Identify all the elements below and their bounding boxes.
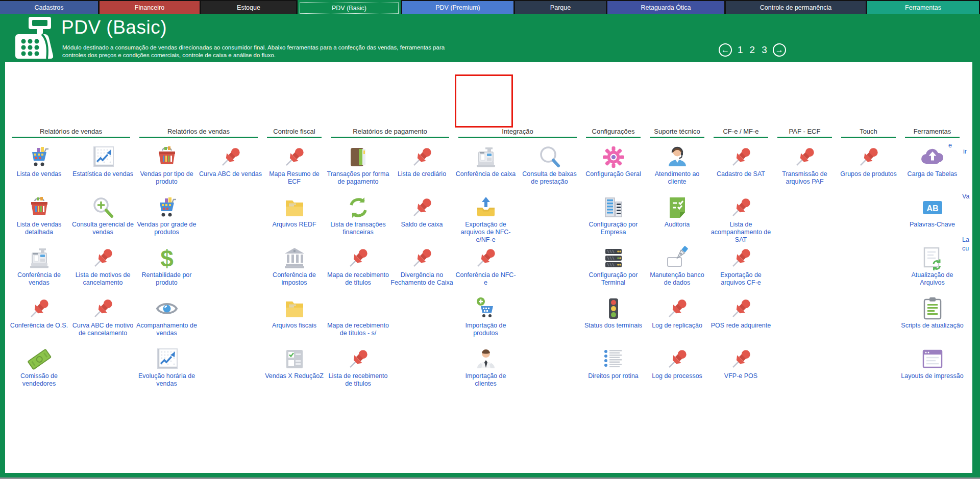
grid-item-lista-de-crediario[interactable]: Lista de crediário bbox=[390, 141, 454, 192]
register-icon bbox=[474, 145, 498, 169]
grid-item-layouts-de-impressao[interactable]: Layouts de impressão bbox=[900, 343, 964, 394]
grid-item-empty bbox=[199, 293, 262, 343]
grid-item-status-dos-terminais[interactable]: Status dos terminais bbox=[581, 293, 645, 343]
tab-estoque[interactable]: Estoque bbox=[201, 1, 296, 14]
tab-parque[interactable]: Parque bbox=[515, 1, 606, 14]
grid-item-empty bbox=[71, 343, 135, 394]
grid-item-transacoes-por-forma-de-pagamento[interactable]: Transações por forma de pagamento bbox=[326, 141, 390, 192]
grid-item-label: Consulta de baixas de prestação bbox=[518, 170, 581, 186]
next-page-button[interactable]: → bbox=[773, 43, 786, 57]
tab-financeiro[interactable]: Financeiro bbox=[100, 1, 200, 14]
grid-item-label: Log de processos bbox=[651, 372, 703, 380]
grid-item-label: Vendas X ReduçãoZ bbox=[264, 372, 324, 380]
grid-item-estatistica-de-vendas[interactable]: Estatística de vendas bbox=[71, 141, 135, 192]
grid-item-empty bbox=[518, 343, 581, 394]
person-icon bbox=[474, 347, 498, 371]
grid-item-saldo-de-caixa[interactable]: Saldo de caixa bbox=[390, 192, 454, 242]
grid-item-label: Exportação de arquivos CF-e bbox=[709, 271, 773, 287]
grid-item-vendas-x-reducaoz[interactable]: Vendas X ReduçãoZ bbox=[262, 343, 326, 394]
grid-item-evolucao-horaria-de-vendas[interactable]: Evolução horária de vendas bbox=[135, 343, 199, 394]
grid-item-cadastro-de-sat[interactable]: Cadastro de SAT bbox=[709, 141, 773, 192]
grid-item-mapa-resumo-de-ecf[interactable]: Mapa Resumo de ECF bbox=[262, 141, 326, 192]
grid-item-label: Direitos por rotina bbox=[587, 372, 639, 380]
grid-item-vendas-por-grade-de-produtos[interactable]: Vendas por grade de produtos bbox=[135, 192, 199, 242]
grid-item-conferencia-de-vendas[interactable]: Conferência de vendas bbox=[7, 242, 71, 293]
grid-item-label: Arquivos fiscais bbox=[272, 322, 317, 330]
grid-item-lista-de-acompanhamento-de-sat[interactable]: Lista de acompanhamento de SAT bbox=[709, 192, 773, 242]
grid-item-lista-de-recebimento-de-titulos[interactable]: Lista de recebimento de títulos bbox=[326, 343, 390, 394]
grid-item-pos-rede-adquirente[interactable]: POS rede adquirente bbox=[709, 293, 773, 343]
group-header: Configurações bbox=[581, 127, 645, 137]
page-number-3[interactable]: 3 bbox=[761, 44, 768, 56]
grid-item-importacao-de-produtos[interactable]: Importação de produtos bbox=[454, 293, 518, 343]
grid-item-mapa-de-recebimento-de-titulos[interactable]: Mapa de recebimento de títulos bbox=[326, 242, 390, 293]
group-relatorios-de-pagamento: Relatórios de pagamentoTransações por fo… bbox=[326, 127, 454, 394]
grid-item-vfp-e-pos[interactable]: VFP-e POS bbox=[709, 343, 773, 394]
grid-item-lista-de-motivos-de-cancelamento[interactable]: Lista de motivos de cancelamento bbox=[71, 242, 135, 293]
grid-item-acompanhamento-de-vendas[interactable]: Acompanhamento de vendas bbox=[135, 293, 199, 343]
tab-pdv-basic[interactable]: PDV (Basic) bbox=[298, 0, 401, 16]
grid-item-conferencia-de-nfc-e[interactable]: Conferência de NFC-e bbox=[454, 242, 518, 293]
page-number-2[interactable]: 2 bbox=[749, 44, 756, 56]
grid-item-scripts-de-atualizacao[interactable]: Scripts de atualização bbox=[900, 293, 964, 343]
grid-item-configuracao-por-terminal[interactable]: Configuração por Terminal bbox=[581, 242, 645, 293]
grid-item-manutencao-banco-de-dados[interactable]: Manutenção banco de dados bbox=[645, 242, 709, 293]
grid-item-configuracao-geral[interactable]: Configuração Geral bbox=[581, 141, 645, 192]
grid-item-log-de-processos[interactable]: Log de processos bbox=[645, 343, 709, 394]
grid-item-label: Rentabilidade por produto bbox=[135, 271, 199, 287]
grid-item-importacao-de-clientes[interactable]: Importação de clientes bbox=[454, 343, 518, 394]
grid-item-label: Lista de recebimento de títulos bbox=[326, 372, 390, 388]
grid-item-atualizacao-de-arquivos[interactable]: Atualização de Arquivos bbox=[900, 242, 964, 293]
grid-item-label: Mapa de recebimento de títulos bbox=[326, 271, 390, 287]
grid-item-lista-de-vendas[interactable]: Lista de vendas bbox=[7, 141, 71, 192]
grid-item-lista-de-transacoes-financeiras[interactable]: Lista de transações financeiras bbox=[326, 192, 390, 242]
prev-page-button[interactable]: ← bbox=[719, 43, 732, 57]
grid-item-label: Vendas por tipo de produto bbox=[135, 170, 199, 186]
magplus-icon bbox=[91, 195, 115, 220]
grid-item-auditoria[interactable]: Auditoria bbox=[645, 192, 709, 242]
grid-item-exportacao-de-arquivos-cf-e[interactable]: Exportação de arquivos CF-e bbox=[709, 242, 773, 293]
grid-item-label: Conferência de impostos bbox=[262, 271, 326, 287]
grid-item-comissao-de-vendedores[interactable]: Comissão de vendedores bbox=[7, 343, 71, 394]
grid-item-divergencia-no-fechamento-de-caixa[interactable]: Divergência no Fechamento de Caixa bbox=[390, 242, 454, 293]
panel-border-right bbox=[972, 62, 980, 477]
grid-item-log-de-replicacao[interactable]: Log de replicação bbox=[645, 293, 709, 343]
cloudup-icon bbox=[920, 145, 945, 169]
tab-ferramentas[interactable]: Ferramentas bbox=[867, 1, 979, 14]
grid-item-conferencia-de-caixa[interactable]: Conferência de caixa bbox=[454, 141, 518, 192]
grid-item-vendas-por-tipo-de-produto[interactable]: Vendas por tipo de produto bbox=[135, 141, 199, 192]
grid-item-exportacao-de-arquivos-de-nfc-e-nf-e[interactable]: Exportação de arquivos de NFC-e/NF-e bbox=[454, 192, 518, 242]
grid-item-label: Exportação de arquivos de NFC-e/NF-e bbox=[454, 221, 518, 243]
grid-item-conferencia-de-o-s[interactable]: Conferência de O.S. bbox=[7, 293, 71, 343]
grid-item-atendimento-ao-cliente[interactable]: Atendimento ao cliente bbox=[645, 141, 709, 192]
page-number-1[interactable]: 1 bbox=[737, 44, 744, 56]
grid-item-direitos-por-rotina[interactable]: Direitos por rotina bbox=[581, 343, 645, 394]
grid-item-curva-abc-de-vendas[interactable]: Curva ABC de vendas bbox=[199, 141, 262, 192]
pushpin-icon bbox=[282, 145, 307, 169]
grid-item-curva-abc-de-motivo-de-cancelamento[interactable]: Curva ABC de motivo de cancelamento bbox=[71, 293, 135, 343]
grid-item-mapa-de-recebimento-de-titulos-s[interactable]: Mapa de recebimento de títulos - s/ bbox=[326, 293, 390, 343]
grid-item-carga-de-tabelas[interactable]: Carga de Tabelas bbox=[900, 141, 964, 192]
grid-item-label: Transações por forma de pagamento bbox=[326, 170, 390, 186]
tab-cadastros[interactable]: Cadastros bbox=[0, 1, 98, 14]
grid-item-arquivos-redf[interactable]: Arquivos REDF bbox=[262, 192, 326, 242]
tab-pdv-premium[interactable]: PDV (Premium) bbox=[402, 1, 513, 14]
grid-item-palavras-chave[interactable]: ABPalavras-Chave bbox=[900, 192, 964, 242]
grid-item-label: Configuração por Empresa bbox=[581, 221, 645, 236]
pushpin-icon bbox=[91, 246, 115, 270]
grid-item-lista-de-vendas-detalhada[interactable]: Lista de vendas detalhada bbox=[7, 192, 71, 242]
listblue-icon bbox=[601, 347, 626, 371]
group-header: PAF - ECF bbox=[773, 127, 837, 137]
tab-controle-de-permanencia[interactable]: Controle de permanência bbox=[726, 1, 866, 14]
tab-retaguarda-otica[interactable]: Retaguarda Ótica bbox=[607, 1, 724, 14]
grid-item-consulta-de-baixas-de-prestacao[interactable]: Consulta de baixas de prestação bbox=[518, 141, 581, 192]
eye-icon bbox=[155, 296, 179, 321]
grid-item-grupos-de-produtos[interactable]: Grupos de produtos bbox=[837, 141, 900, 192]
grid-item-arquivos-fiscais[interactable]: Arquivos fiscais bbox=[262, 293, 326, 343]
grid-item-configuracao-por-empresa[interactable]: Configuração por Empresa bbox=[581, 192, 645, 242]
grid-item-conferencia-de-impostos[interactable]: Conferência de impostos bbox=[262, 242, 326, 293]
gear-icon bbox=[601, 145, 626, 169]
grid-item-consulta-gerencial-de-vendas[interactable]: Consulta gerencial de vendas bbox=[71, 192, 135, 242]
grid-item-rentabilidade-por-produto[interactable]: $Rentabilidade por produto bbox=[135, 242, 199, 293]
grid-item-transmissao-de-arquivos-paf[interactable]: Transmissão de arquivos PAF bbox=[773, 141, 837, 192]
